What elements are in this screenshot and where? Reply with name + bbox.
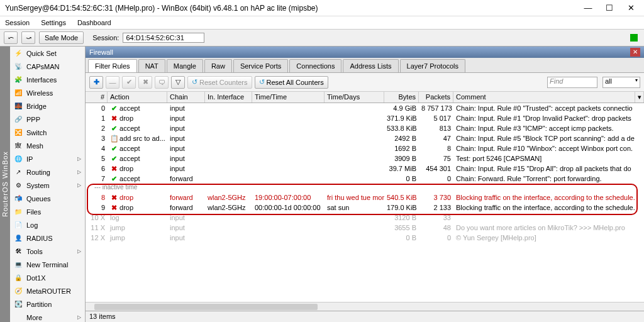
mesh-icon: 🕸 [14,142,23,150]
minimize-icon[interactable]: — [584,3,592,13]
tab-connections[interactable]: Connections [289,59,341,72]
tab-nat[interactable]: NAT [138,59,165,72]
grid-body: MHELP.PROMore MikroTik scripts 0✔ accept… [86,103,644,302]
col-bytes[interactable]: Bytes [384,92,419,103]
find-input[interactable]: Find [547,77,597,88]
maximize-icon[interactable]: ☐ [605,3,614,13]
enable-button[interactable]: ✔ [122,76,136,89]
grid-header: # Action Chain In. Interface Time/Time T… [86,92,644,103]
separator-inactive: --- inactive time [86,184,644,192]
table-row[interactable]: 8✖ dropforwardwlan2-5GHz19:00:00-07:00:0… [86,192,644,203]
tab-address-lists[interactable]: Address Lists [343,59,398,72]
capsman-icon: 📡 [14,62,23,71]
interfaces-icon: 🧩 [14,75,23,84]
col-timedays[interactable]: Time/Days [325,92,384,103]
disable-button[interactable]: ✖ [138,76,152,89]
panel-close-icon[interactable]: ✕ [630,48,640,57]
table-row[interactable]: 6✖ dropinput39.7 MiB454 301Chain: Input.… [86,164,644,174]
back-button[interactable]: ⤺ [4,31,18,44]
table-row[interactable]: 3📋 add src to ad...input2492 B47Chain: I… [86,133,644,143]
table-row[interactable]: 10 Xloginput3120 B33 [86,213,644,223]
comment-button[interactable]: 🗨 [155,76,169,89]
chevron-right-icon: ▷ [77,314,81,320]
table-row[interactable]: 7✔ acceptforward0 B0Chain: Forward. Rule… [86,174,644,184]
sidebar-item-switch[interactable]: 🔀Switch [10,126,85,139]
menu-settings[interactable]: Settings [41,19,66,26]
tab-service-ports[interactable]: Service Ports [233,59,288,72]
filter-all-select[interactable]: all ▾ [602,77,640,88]
chevron-right-icon: ▷ [77,182,81,188]
menubar: Session Settings Dashboard [0,16,644,29]
sidebar-item-capsman[interactable]: 📡CAPsMAN [10,60,85,73]
tab-strip: Filter RulesNATMangleRawService PortsCon… [86,58,644,73]
sidebar-item-tools[interactable]: 🛠Tools▷ [10,245,85,258]
menu-dashboard[interactable]: Dashboard [77,19,111,26]
col-packets[interactable]: Packets [419,92,453,103]
col-action[interactable]: Action [108,92,167,103]
sidebar-item-bridge[interactable]: 🌉Bridge [10,99,85,113]
filter-button[interactable]: ▽ [171,76,185,89]
sidebar-item-metarouter[interactable]: 🧭MetaROUTER [10,284,85,297]
sidebar-item-ppp[interactable]: 🔗PPP [10,113,85,126]
sidebar-item-quick-set[interactable]: ⚡Quick Set [10,47,85,60]
dot1x-icon: 🔒 [14,274,23,282]
table-row[interactable]: 4✔ acceptinput1692 B8Chain: Input. Rule … [86,143,644,153]
col-chain[interactable]: Chain [167,92,205,103]
tab-mangle[interactable]: Mangle [167,59,203,72]
sidebar-item-queues[interactable]: 📬Queues [10,192,85,205]
add-button[interactable]: ✚ [89,76,103,89]
sidebar-item-system[interactable]: ⚙System▷ [10,179,85,192]
table-row[interactable]: 12 Xjumpinput0 B0© Yun Sergey [MHelp.pro… [86,233,644,243]
sidebar: ⚡Quick Set📡CAPsMAN🧩Interfaces📶Wireless🌉B… [10,47,86,322]
safe-mode-button[interactable]: Safe Mode [39,31,84,44]
window-controls: — ☐ ✕ [584,3,639,13]
more-icon [14,313,23,322]
table-row[interactable]: 2✔ acceptinput533.8 KiB813Chain: Input. … [86,123,644,133]
chevron-right-icon: ▷ [77,156,81,162]
metarouter-icon: 🧭 [14,287,23,296]
reset-counters-button[interactable]: ↺ Reset Counters [187,76,252,89]
chevron-right-icon: ▷ [77,169,81,175]
panel-titlebar: Firewall ✕ [86,47,644,58]
sidebar-item-wireless[interactable]: 📶Wireless [10,86,85,99]
redo-button[interactable]: ⤻ [21,31,35,44]
panel-title: Firewall [89,48,113,56]
wireless-icon: 📶 [14,89,23,97]
col-timetime[interactable]: Time/Time [252,92,325,103]
sidebar-item-interfaces[interactable]: 🧩Interfaces [10,73,85,86]
table-row[interactable]: 5✔ acceptinput3909 B75Test: port 5246 [C… [86,153,644,164]
quick set-icon: ⚡ [14,49,23,58]
titlebar: YunSergey@64:D1:54:52:6C:31 (MHelp.pro) … [0,0,644,16]
table-row[interactable]: 1✖ dropinput371.9 KiB5 017Chain: Input. … [86,113,644,123]
tab-raw[interactable]: Raw [204,59,232,72]
side-tab-label: RouterOS WinBox [0,47,10,322]
remove-button[interactable]: — [106,76,119,89]
col-num[interactable]: # [86,92,108,103]
files-icon: 📁 [14,208,23,216]
col-comment[interactable]: Comment [453,92,635,103]
sidebar-item-log[interactable]: 📄Log [10,218,85,231]
table-row[interactable]: 0✔ acceptinput4.9 GiB8 757 173Chain: Inp… [86,103,644,113]
sidebar-item-dot1x[interactable]: 🔒Dot1X [10,271,85,284]
status-indicator [630,34,638,42]
horizontal-scrollbar[interactable] [86,302,644,311]
sidebar-item-new-terminal[interactable]: 💻New Terminal [10,258,85,271]
sidebar-item-files[interactable]: 📁Files [10,205,85,218]
col-expand[interactable]: ▾ [635,92,644,103]
sidebar-item-mesh[interactable]: 🕸Mesh [10,139,85,152]
reset-all-counters-button[interactable]: ↺ Reset All Counters [255,76,328,89]
table-row[interactable]: 11 Xjumpinput3655 B48Do you want more ar… [86,223,644,233]
sidebar-item-ip[interactable]: 🌐IP▷ [10,152,85,165]
sidebar-item-radius[interactable]: 👤RADIUS [10,231,85,245]
bridge-icon: 🌉 [14,102,23,111]
tab-filter-rules[interactable]: Filter Rules [88,59,137,72]
sidebar-item-partition[interactable]: 💽Partition [10,297,85,311]
menu-session[interactable]: Session [5,19,30,26]
close-icon[interactable]: ✕ [626,3,635,13]
col-interface[interactable]: In. Interface [205,92,252,103]
sidebar-item-routing[interactable]: ↗Routing▷ [10,165,85,179]
tab-layer7-protocols[interactable]: Layer7 Protocols [400,59,466,72]
sidebar-item-more[interactable]: More▷ [10,311,85,322]
table-row[interactable]: 9✖ dropforwardwlan2-5GHz00:00:00-1d 00:0… [86,203,644,213]
routing-icon: ↗ [14,168,23,177]
